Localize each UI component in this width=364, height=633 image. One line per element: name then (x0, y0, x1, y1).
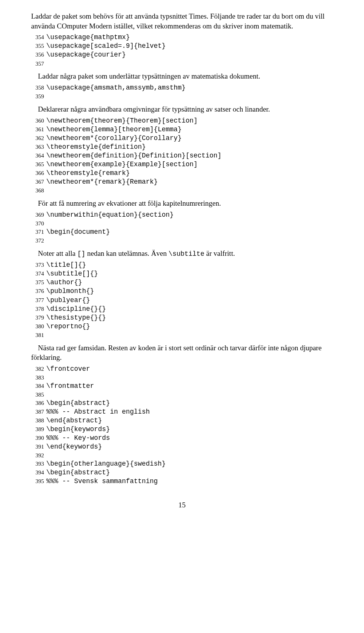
code-text: \begin{otherlanguage}{swedish} (46, 460, 333, 468)
code-text (46, 236, 333, 245)
line-number: 375 (31, 278, 44, 287)
code-line: 373\title[]{} (31, 261, 333, 269)
code-line: 366\theoremstyle{remark} (31, 169, 333, 178)
code-line: 365\newtheorem{example}{Example}[section… (31, 160, 333, 169)
code-text: \begin{abstract} (46, 399, 333, 408)
line-number: 382 (31, 365, 44, 373)
code-text: \theoremstyle{remark} (46, 169, 333, 178)
code-text: %%% -- Svensk sammanfattning (46, 477, 333, 486)
code-text (46, 186, 333, 195)
code-text: \end{keywords} (46, 442, 333, 451)
code-text (46, 391, 333, 399)
code-line: 387%%% -- Abstract in english (31, 408, 333, 416)
code-text: \frontcover (46, 365, 333, 373)
code-text: \publyear{} (46, 296, 333, 305)
code-line: 388\end{abstract} (31, 416, 333, 425)
page-number: 15 (31, 501, 333, 509)
line-number: 355 (31, 42, 44, 50)
line-number: 393 (31, 460, 44, 468)
code-text: \usepackage{courier} (46, 50, 333, 59)
code-text: \theoremstyle{definition} (46, 143, 333, 151)
line-number: 368 (31, 186, 44, 195)
code-text: \newtheorem{lemma}[theorem]{Lemma} (46, 125, 333, 134)
code-line: 372 (31, 236, 333, 245)
paragraph-1: Laddar de paket som behövs för att använ… (31, 11, 333, 31)
code-text: \subtitle[]{} (46, 269, 333, 278)
code-line: 358\usepackage{amsmath,amssymb,amsthm} (31, 83, 333, 92)
code-line: 379\thesistype{}{} (31, 313, 333, 322)
code-line: 380\reportno{} (31, 322, 333, 331)
line-number: 364 (31, 151, 44, 160)
code-line: 391\end{keywords} (31, 442, 333, 451)
code-line: 374\subtitle[]{} (31, 269, 333, 278)
line-number: 394 (31, 468, 44, 477)
code-line: 371\begin{document} (31, 228, 333, 236)
line-number: 383 (31, 373, 44, 382)
code-text: \begin{abstract} (46, 468, 333, 477)
code-line: 360\newtheorem{theorem}{Theorem}[section… (31, 117, 333, 125)
line-number: 357 (31, 60, 44, 68)
code-text: \discipline{}{} (46, 305, 333, 313)
code-text (46, 219, 333, 228)
code-line: 392 (31, 451, 333, 460)
code-line: 361\newtheorem{lemma}[theorem]{Lemma} (31, 125, 333, 134)
code-line: 378\discipline{}{} (31, 305, 333, 313)
code-line: 389\begin{keywords} (31, 425, 333, 434)
code-line: 393\begin{otherlanguage}{swedish} (31, 460, 333, 468)
line-number: 379 (31, 313, 44, 322)
code-line: 377\publyear{} (31, 296, 333, 305)
line-number: 378 (31, 305, 44, 313)
p5-run-pre: Noter att alla (38, 249, 77, 257)
line-number: 388 (31, 416, 44, 425)
code-line: 370 (31, 219, 333, 228)
code-text: \newtheorem*{corollary}{Corollary} (46, 134, 333, 143)
line-number: 381 (31, 331, 44, 339)
code-text: \begin{keywords} (46, 425, 333, 434)
code-text: \usepackage[scaled=.9]{helvet} (46, 42, 333, 50)
code-text: \newtheorem{theorem}{Theorem}[section] (46, 117, 333, 125)
line-number: 361 (31, 125, 44, 134)
code-text: \thesistype{}{} (46, 313, 333, 322)
line-number: 389 (31, 425, 44, 434)
p5-code1: [] (77, 250, 85, 258)
code-text: \newtheorem*{remark}{Remark} (46, 178, 333, 186)
code-line: 368 (31, 186, 333, 195)
code-line: 385 (31, 391, 333, 399)
line-number: 367 (31, 178, 44, 186)
paragraph-2: Laddar några paket som underlättar typsä… (31, 71, 333, 81)
code-text: \title[]{} (46, 261, 333, 269)
code-line: 383 (31, 373, 333, 382)
code-text (46, 60, 333, 68)
p5-run-mid: nedan kan utelämnas. Även (85, 249, 168, 257)
code-line: 390%%% -- Key-words (31, 434, 333, 442)
code-line: 355\usepackage[scaled=.9]{helvet} (31, 42, 333, 50)
code-text: \usepackage{amsmath,amssymb,amsthm} (46, 83, 333, 92)
line-number: 356 (31, 50, 44, 59)
code-line: 369\numberwithin{equation}{section} (31, 211, 333, 219)
code-line: 382\frontcover (31, 365, 333, 373)
line-number: 369 (31, 211, 44, 219)
line-number: 360 (31, 117, 44, 125)
line-number: 365 (31, 160, 44, 169)
line-number: 387 (31, 408, 44, 416)
line-number: 376 (31, 287, 44, 296)
code-text: \reportno{} (46, 322, 333, 331)
code-line: 395%%% -- Svensk sammanfattning (31, 477, 333, 486)
code-line: 367\newtheorem*{remark}{Remark} (31, 178, 333, 186)
code-line: 384\frontmatter (31, 382, 333, 391)
code-text: \newtheorem{example}{Example}[section] (46, 160, 333, 169)
line-number: 380 (31, 322, 44, 331)
code-text (46, 92, 333, 101)
code-text: %%% -- Abstract in english (46, 408, 333, 416)
line-number: 370 (31, 219, 44, 228)
line-number: 363 (31, 143, 44, 151)
line-number: 362 (31, 134, 44, 143)
line-number: 359 (31, 92, 44, 101)
code-line: 364\newtheorem{definition}{Definition}[s… (31, 151, 333, 160)
code-text: \frontmatter (46, 382, 333, 391)
code-text: %%% -- Key-words (46, 434, 333, 442)
document-page: Laddar de paket som behövs för att använ… (0, 0, 364, 524)
line-number: 358 (31, 83, 44, 92)
code-text: \publmonth{} (46, 287, 333, 296)
code-line: 375\author{} (31, 278, 333, 287)
